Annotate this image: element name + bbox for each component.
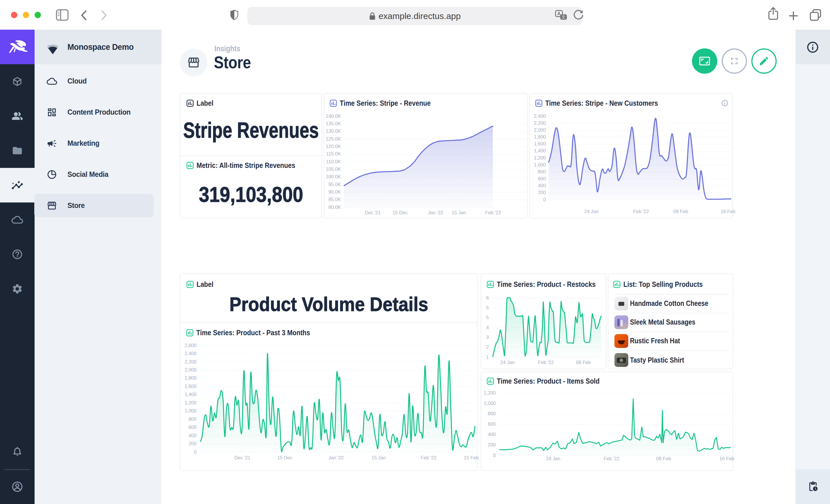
svg-text:A: A: [557, 11, 561, 16]
svg-text:文: 文: [562, 14, 566, 19]
